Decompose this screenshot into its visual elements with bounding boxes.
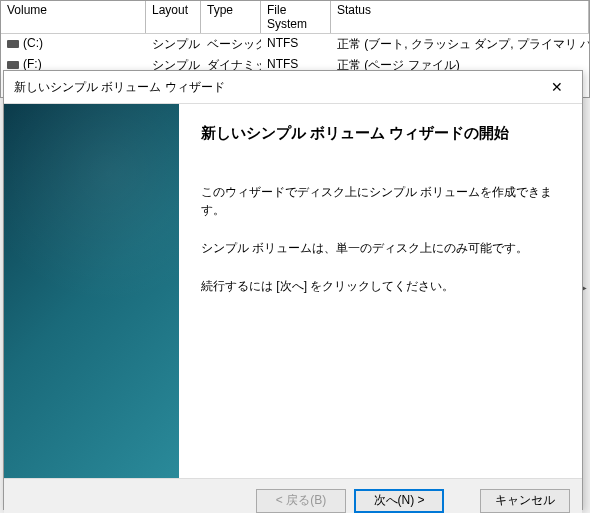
layout-cell: シンプル bbox=[146, 35, 201, 54]
cancel-button[interactable]: キャンセル bbox=[480, 489, 570, 513]
volume-label: (F:) bbox=[23, 57, 42, 71]
wizard-title: 新しいシンプル ボリューム ウィザード bbox=[14, 79, 225, 96]
close-icon: ✕ bbox=[551, 79, 563, 95]
header-type[interactable]: Type bbox=[201, 1, 261, 33]
header-status[interactable]: Status bbox=[331, 1, 589, 33]
header-layout[interactable]: Layout bbox=[146, 1, 201, 33]
type-cell: ベーシック bbox=[201, 35, 261, 54]
wizard-titlebar: 新しいシンプル ボリューム ウィザード ✕ bbox=[4, 71, 582, 103]
next-button[interactable]: 次へ(N) > bbox=[354, 489, 444, 513]
wizard-text-2: シンプル ボリュームは、単一のディスク上にのみ可能です。 bbox=[201, 239, 560, 257]
close-button[interactable]: ✕ bbox=[542, 77, 572, 97]
volume-label: (C:) bbox=[23, 36, 43, 50]
wizard-heading: 新しいシンプル ボリューム ウィザードの開始 bbox=[201, 124, 560, 143]
table-header: Volume Layout Type File System Status bbox=[1, 1, 589, 34]
wizard-content: 新しいシンプル ボリューム ウィザードの開始 このウィザードでディスク上にシンプ… bbox=[179, 104, 582, 478]
wizard-footer: < 戻る(B) 次へ(N) > キャンセル bbox=[4, 478, 582, 513]
header-volume[interactable]: Volume bbox=[1, 1, 146, 33]
disk-icon bbox=[7, 40, 19, 48]
wizard-text-3: 続行するには [次へ] をクリックしてください。 bbox=[201, 277, 560, 295]
status-cell: 正常 (ブート, クラッシュ ダンプ, プライマリ パーティション) bbox=[331, 35, 589, 54]
wizard-side-graphic bbox=[4, 104, 179, 478]
wizard-body: 新しいシンプル ボリューム ウィザードの開始 このウィザードでディスク上にシンプ… bbox=[4, 103, 582, 478]
header-filesystem[interactable]: File System bbox=[261, 1, 331, 33]
back-button[interactable]: < 戻る(B) bbox=[256, 489, 346, 513]
fs-cell: NTFS bbox=[261, 35, 331, 54]
wizard-text-1: このウィザードでディスク上にシンプル ボリュームを作成できます。 bbox=[201, 183, 560, 219]
disk-icon bbox=[7, 61, 19, 69]
table-row[interactable]: (C:) シンプル ベーシック NTFS 正常 (ブート, クラッシュ ダンプ,… bbox=[1, 34, 589, 55]
wizard-dialog: 新しいシンプル ボリューム ウィザード ✕ 新しいシンプル ボリューム ウィザー… bbox=[3, 70, 583, 510]
